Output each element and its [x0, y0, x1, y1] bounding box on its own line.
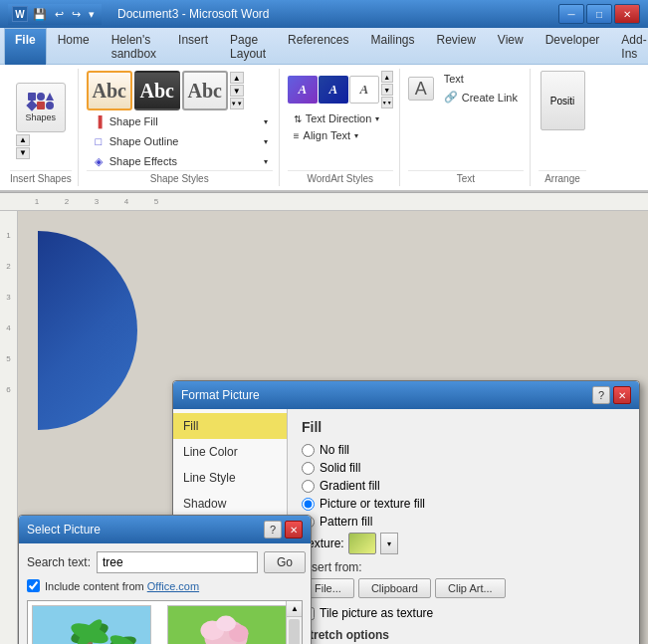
- texture-row: Texture: ▾: [302, 533, 625, 554]
- texture-preview: [348, 533, 376, 554]
- pattern-fill-label: Pattern fill: [320, 515, 372, 529]
- shapes-scroll-down[interactable]: ▼: [16, 147, 30, 159]
- styles-scroll-btns: ▲ ▼ ▼▼: [230, 72, 244, 109]
- sidebar-fill[interactable]: Fill: [173, 413, 287, 439]
- create-link-btn[interactable]: 🔗 Create Link: [438, 89, 524, 106]
- shapes-label: Shapes: [26, 112, 57, 122]
- group-shape-styles: Abc Abc Abc ▲ ▼ ▼▼: [81, 69, 280, 186]
- qa-undo[interactable]: ↩: [52, 6, 67, 23]
- align-text-label: Align Text: [304, 129, 351, 141]
- search-input[interactable]: [97, 551, 258, 573]
- shapes-button[interactable]: Shapes: [16, 83, 66, 132]
- text-direction-row: ⇅ Text Direction ▾ ≡ Align Text ▾: [288, 110, 393, 143]
- text-direction-btn[interactable]: ⇅ Text Direction ▾: [288, 110, 393, 126]
- styles-scroll-down[interactable]: ▼: [230, 85, 244, 97]
- image-cell-cherry[interactable]: [167, 605, 287, 644]
- sidebar-shadow[interactable]: Shadow: [173, 491, 287, 517]
- tab-developer[interactable]: Developer: [535, 28, 611, 65]
- tab-file[interactable]: File: [4, 28, 47, 65]
- go-btn[interactable]: Go: [264, 551, 306, 573]
- minimize-btn[interactable]: ─: [558, 4, 584, 24]
- shapes-scroll-up[interactable]: ▲: [16, 134, 30, 146]
- wordart-btn-2[interactable]: A: [319, 76, 348, 104]
- texture-dropdown-btn[interactable]: ▾: [380, 533, 398, 554]
- select-help-btn[interactable]: ?: [264, 521, 282, 538]
- shape-outline-label: Shape Outline: [109, 135, 179, 147]
- grid-scroll-thumb: [289, 619, 300, 644]
- maximize-btn[interactable]: □: [586, 4, 612, 24]
- dialog-close-btn[interactable]: ✕: [613, 386, 631, 404]
- grid-scroll-up[interactable]: ▲: [287, 601, 303, 617]
- sidebar-line-style[interactable]: Line Style: [173, 465, 287, 491]
- gradient-fill-row: Gradient fill: [302, 479, 625, 493]
- abc-btn-2[interactable]: Abc: [134, 71, 180, 110]
- ruler-mark-1: 1: [22, 197, 52, 206]
- no-fill-label: No fill: [320, 443, 349, 457]
- tab-add-ins[interactable]: Add-Ins: [610, 28, 648, 65]
- text-btn[interactable]: Text: [438, 71, 524, 87]
- shape-effects-dropdown[interactable]: ▾: [264, 157, 268, 166]
- close-btn[interactable]: ✕: [614, 4, 640, 24]
- image-cell-palm[interactable]: [32, 605, 151, 644]
- search-text-label: Search text:: [27, 555, 91, 569]
- pattern-fill-row: Pattern fill: [302, 515, 625, 529]
- insert-shapes-content: Shapes ▲ ▼: [16, 71, 66, 170]
- format-picture-title-text: Format Picture: [181, 388, 260, 402]
- gradient-fill-radio[interactable]: [302, 480, 315, 493]
- wordart-btn-1[interactable]: A: [288, 76, 318, 104]
- position-btn[interactable]: Positi: [540, 71, 585, 130]
- text-box-btn[interactable]: A: [408, 77, 434, 101]
- align-text-btn[interactable]: ≡ Align Text ▾: [288, 127, 393, 143]
- qa-save[interactable]: 💾: [30, 6, 50, 23]
- shapes-scroll: ▲ ▼: [16, 134, 66, 159]
- wordart-scroll-down[interactable]: ▼: [381, 84, 393, 96]
- tab-mailings[interactable]: Mailings: [359, 28, 425, 65]
- abc-btn-3[interactable]: Abc: [182, 71, 228, 110]
- text-direction-dropdown[interactable]: ▾: [375, 114, 379, 123]
- tab-helens-sandbox[interactable]: Helen's sandbox: [101, 28, 167, 65]
- dialog-help-btn[interactable]: ?: [592, 386, 610, 404]
- styles-expand[interactable]: ▼▼: [230, 98, 244, 109]
- wordart-expand[interactable]: ▼▼: [381, 97, 393, 108]
- include-office-checkbox[interactable]: [27, 579, 40, 592]
- text-label: Text: [408, 170, 524, 184]
- image-grid: ✦ ✦ ✦ ✦ ✦ ✦: [28, 601, 302, 644]
- tab-page-layout[interactable]: Page Layout: [219, 28, 277, 65]
- tab-references[interactable]: References: [277, 28, 359, 65]
- ribbon-tabs: File Home Helen's sandbox Insert Page La…: [0, 28, 648, 65]
- select-picture-dialog: Select Picture ? ✕ Search text: Go Inclu…: [18, 515, 312, 644]
- tab-review[interactable]: Review: [426, 28, 487, 65]
- tab-view[interactable]: View: [487, 28, 535, 65]
- tab-home[interactable]: Home: [47, 28, 101, 65]
- styles-scroll-up[interactable]: ▲: [230, 72, 244, 84]
- picture-texture-fill-radio[interactable]: [302, 498, 315, 511]
- office-com-link[interactable]: Office.com: [147, 580, 199, 592]
- text-label: Text: [444, 73, 464, 85]
- qa-more[interactable]: ▾: [86, 6, 98, 23]
- shapes-controls: Shapes ▲ ▼: [16, 83, 66, 159]
- clipboard-btn[interactable]: Clipboard: [358, 578, 431, 598]
- clip-art-btn[interactable]: Clip Art...: [435, 578, 506, 598]
- qa-redo[interactable]: ↪: [69, 6, 84, 23]
- shape-fill-btn[interactable]: ▐ Shape Fill ▾: [87, 112, 273, 130]
- shape-effects-btn[interactable]: ◈ Shape Effects ▾: [87, 152, 273, 170]
- document-content[interactable]: Format Picture ? ✕ Fill Line Color Line …: [18, 211, 648, 644]
- arrange-label: Arrange: [539, 170, 586, 184]
- wordart-scroll-up[interactable]: ▲: [381, 71, 393, 83]
- tab-insert[interactable]: Insert: [167, 28, 219, 65]
- align-text-dropdown[interactable]: ▾: [354, 131, 358, 140]
- shape-fill-dropdown[interactable]: ▾: [264, 117, 268, 126]
- shape-effects-icon: ◈: [92, 154, 106, 168]
- shape-styles-label: Shape Styles: [87, 170, 273, 184]
- no-fill-radio[interactable]: [302, 444, 315, 457]
- abc-btn-1[interactable]: Abc: [87, 71, 132, 110]
- select-dialog-body: Search text: Go Include content from Off…: [19, 543, 311, 644]
- solid-fill-radio[interactable]: [302, 462, 315, 475]
- shape-outline-dropdown[interactable]: ▾: [264, 137, 268, 146]
- horizontal-ruler: 1 2 3 4 5: [0, 193, 648, 211]
- select-close-btn[interactable]: ✕: [285, 521, 303, 538]
- image-grid-container: ✦ ✦ ✦ ✦ ✦ ✦ ▲ ▼: [27, 600, 303, 644]
- wordart-btn-3[interactable]: A: [349, 76, 379, 104]
- shape-outline-btn[interactable]: □ Shape Outline ▾: [87, 132, 273, 150]
- sidebar-line-color[interactable]: Line Color: [173, 439, 287, 465]
